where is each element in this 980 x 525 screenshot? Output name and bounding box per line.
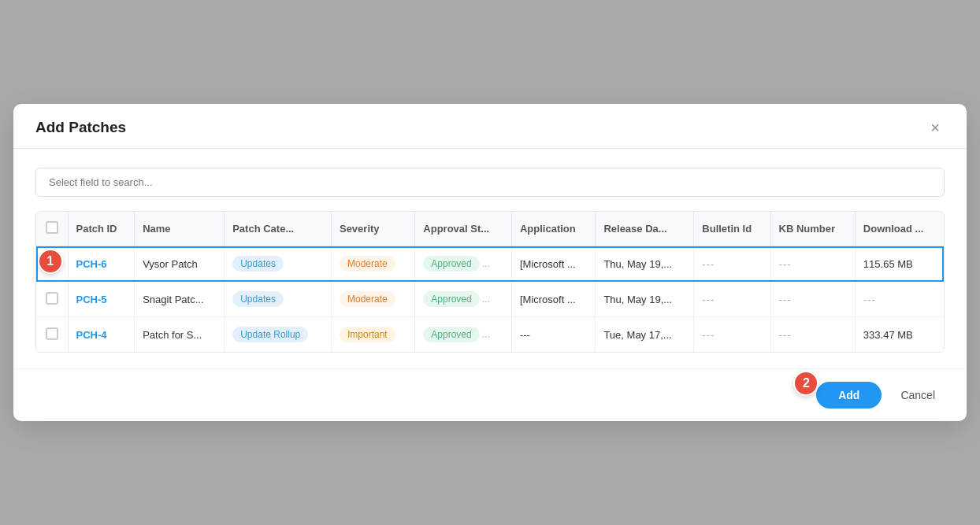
search-input[interactable] xyxy=(35,168,945,197)
table-header-row: Patch ID Name Patch Cate... Severity App… xyxy=(36,212,944,246)
table-row: PCH-5Snagit Patc...UpdatesModerateApprov… xyxy=(36,282,944,317)
approval-status-badge: Approved xyxy=(423,256,479,272)
table-row: 1PCH-6Vysor PatchUpdatesModerateApproved… xyxy=(36,246,944,282)
col-patch-category: Patch Cate... xyxy=(225,212,332,246)
col-release-date: Release Da... xyxy=(596,212,694,246)
row-bulletin-id: --- xyxy=(694,282,770,317)
row-patch-id: PCH-4 xyxy=(68,317,135,353)
col-severity: Severity xyxy=(331,212,414,246)
row-application: [Microsoft ... xyxy=(511,282,595,317)
patch-category-badge: Updates xyxy=(232,291,284,307)
row-severity: Important xyxy=(331,317,414,353)
row-patch-category: Updates xyxy=(225,246,332,282)
row-severity: Moderate xyxy=(331,246,414,282)
row-download: 115.65 MB xyxy=(855,246,944,282)
row-bulletin-id: --- xyxy=(694,246,770,282)
row-application: [Microsoft ... xyxy=(511,246,595,282)
row-application: --- xyxy=(511,317,595,353)
row-patch-id: PCH-6 xyxy=(68,246,135,282)
col-name: Name xyxy=(135,212,225,246)
modal-body: Patch ID Name Patch Cate... Severity App… xyxy=(13,149,967,368)
add-button[interactable]: Add xyxy=(816,382,882,409)
col-patch-id: Patch ID xyxy=(68,212,135,246)
row-download: 333.47 MB xyxy=(855,317,944,353)
row-checkbox[interactable] xyxy=(46,327,58,340)
row-release-date: Tue, May 17,... xyxy=(596,317,694,353)
row-checkbox-cell xyxy=(36,317,68,353)
modal-overlay: Add Patches × Patch ID Name Patch Cate..… xyxy=(0,0,980,525)
patch-category-badge: Updates xyxy=(232,256,284,272)
row-bulletin-id: --- xyxy=(694,317,770,353)
add-button-wrapper: 2 Add xyxy=(816,382,882,409)
approval-status-badge: Approved xyxy=(423,327,479,342)
cancel-button[interactable]: Cancel xyxy=(891,382,945,409)
patch-category-badge: Update Rollup xyxy=(232,327,308,342)
col-application: Application xyxy=(511,212,595,246)
row-checkbox-cell xyxy=(36,282,68,317)
row-name: Patch for S... xyxy=(135,317,225,353)
row-approval-status: Approved ... xyxy=(415,246,512,282)
row-patch-category: Updates xyxy=(225,282,332,317)
modal-title: Add Patches xyxy=(35,119,126,136)
row-checkbox[interactable] xyxy=(46,292,58,305)
severity-badge: Moderate xyxy=(340,256,395,272)
col-download: Download ... xyxy=(855,212,944,246)
row-download: --- xyxy=(855,282,944,317)
row-kb-number: --- xyxy=(770,282,855,317)
step1-badge: 1 xyxy=(38,249,63,274)
row-name: Snagit Patc... xyxy=(135,282,225,317)
col-kb-number: KB Number xyxy=(770,212,855,246)
severity-badge: Important xyxy=(340,327,395,342)
modal-footer: 2 Add Cancel xyxy=(13,368,967,421)
row-approval-status: Approved ... xyxy=(415,282,512,317)
row-severity: Moderate xyxy=(331,282,414,317)
patch-id-link[interactable]: PCH-4 xyxy=(76,329,107,341)
modal-header: Add Patches × xyxy=(13,104,967,149)
row-patch-category: Update Rollup xyxy=(225,317,332,353)
row-checkbox-cell: 1 xyxy=(36,246,68,282)
row-kb-number: --- xyxy=(770,317,855,353)
step2-badge: 2 xyxy=(793,371,819,396)
patches-table: Patch ID Name Patch Cate... Severity App… xyxy=(36,212,944,352)
patches-table-wrapper: Patch ID Name Patch Cate... Severity App… xyxy=(35,211,945,353)
header-checkbox-col xyxy=(36,212,68,246)
row-release-date: Thu, May 19,... xyxy=(596,246,694,282)
severity-badge: Moderate xyxy=(340,291,395,307)
close-button[interactable]: × xyxy=(926,118,945,137)
row-release-date: Thu, May 19,... xyxy=(596,282,694,317)
approval-status-badge: Approved xyxy=(423,291,479,307)
patch-id-link[interactable]: PCH-6 xyxy=(76,258,107,270)
row-name: Vysor Patch xyxy=(135,246,225,282)
table-body: 1PCH-6Vysor PatchUpdatesModerateApproved… xyxy=(36,246,944,353)
add-patches-modal: Add Patches × Patch ID Name Patch Cate..… xyxy=(13,104,967,421)
patch-id-link[interactable]: PCH-5 xyxy=(76,294,107,305)
col-bulletin-id: Bulletin Id xyxy=(694,212,770,246)
row-approval-status: Approved ... xyxy=(415,317,512,353)
select-all-checkbox[interactable] xyxy=(46,221,58,234)
row-kb-number: --- xyxy=(770,246,855,282)
col-approval-status: Approval St... xyxy=(415,212,512,246)
table-row: PCH-4Patch for S...Update RollupImportan… xyxy=(36,317,944,353)
row-patch-id: PCH-5 xyxy=(68,282,135,317)
